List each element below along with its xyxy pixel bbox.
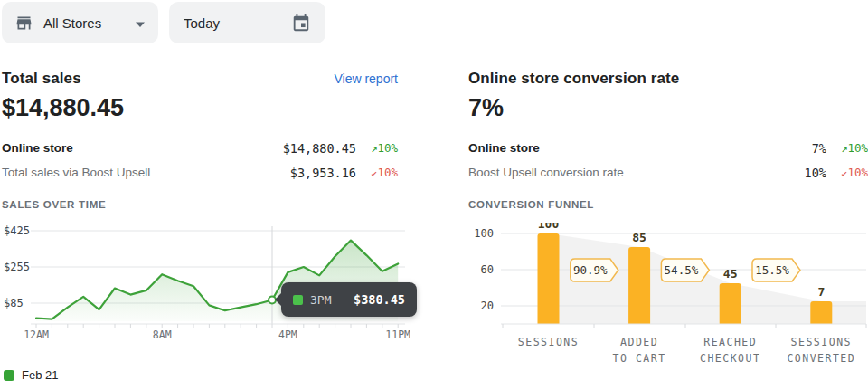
metric-label: Boost Upsell conversion rate xyxy=(468,166,727,179)
svg-text:11PM: 11PM xyxy=(385,328,410,341)
store-filter-button[interactable]: All Stores xyxy=(2,2,158,43)
metric-label: Total sales via Boost Upsell xyxy=(2,166,257,179)
svg-text:12AM: 12AM xyxy=(24,328,49,341)
svg-text:100: 100 xyxy=(474,227,494,240)
metric-value: 7% xyxy=(727,141,826,156)
filter-bar: All Stores Today xyxy=(2,2,326,43)
svg-text:CONVERTED: CONVERTED xyxy=(787,352,855,365)
svg-text:54.5%: 54.5% xyxy=(665,263,699,277)
svg-text:REACHED: REACHED xyxy=(703,336,757,348)
conversion-funnel-chart[interactable]: 20601001008545790.9%54.5%15.5%SESSIONSAD… xyxy=(468,223,868,371)
metric-value: 10% xyxy=(727,166,826,180)
store-icon xyxy=(14,14,33,33)
svg-text:15.5%: 15.5% xyxy=(755,263,789,277)
total-sales-value: $14,880.45 xyxy=(2,94,124,122)
conversion-title: Online store conversion rate xyxy=(468,70,679,88)
tooltip-time: 3PM xyxy=(310,293,354,307)
metric-row-boost-upsell: Total sales via Boost Upsell $3,953.16 ↙… xyxy=(2,160,398,185)
conversion-value: 7% xyxy=(468,94,504,122)
date-filter-label: Today xyxy=(184,15,220,31)
date-filter-button[interactable]: Today xyxy=(169,2,326,43)
legend-label: Feb 21 xyxy=(22,368,58,382)
svg-text:TO CART: TO CART xyxy=(613,352,666,365)
svg-text:SESSIONS: SESSIONS xyxy=(791,336,852,348)
metric-delta-down: ↙10% xyxy=(356,166,398,179)
svg-text:4PM: 4PM xyxy=(278,328,297,341)
chevron-down-icon xyxy=(135,15,146,31)
metric-value: $3,953.16 xyxy=(257,166,356,180)
svg-text:SESSIONS: SESSIONS xyxy=(518,336,579,348)
conversion-metric-rows: Online store 7% ↗10% Boost Upsell conver… xyxy=(468,136,868,185)
calendar-icon xyxy=(291,13,311,33)
svg-text:8AM: 8AM xyxy=(153,328,172,341)
svg-text:$85: $85 xyxy=(4,297,24,309)
metric-row-online-store: Online store 7% ↗10% xyxy=(468,136,868,160)
svg-text:100: 100 xyxy=(538,223,560,231)
svg-text:$425: $425 xyxy=(4,224,30,237)
chart-tooltip: 3PM $380.45 xyxy=(281,282,417,317)
total-sales-title: Total sales xyxy=(2,70,81,88)
metric-row-boost-conversion: Boost Upsell conversion rate 10% ↙10% xyxy=(468,160,868,185)
sales-metric-rows: Online store $14,880.45 ↗10% Total sales… xyxy=(2,136,398,185)
svg-text:45: 45 xyxy=(723,267,738,281)
metric-delta-down: ↙10% xyxy=(826,166,868,179)
tooltip-series-swatch xyxy=(293,295,303,305)
svg-text:90.9%: 90.9% xyxy=(573,263,608,277)
store-filter-label: All Stores xyxy=(43,15,131,31)
sales-legend: Feb 21 xyxy=(4,368,58,382)
sales-over-time-header: SALES OVER TIME xyxy=(2,199,106,210)
legend-swatch-green xyxy=(4,370,14,381)
svg-text:CHECKOUT: CHECKOUT xyxy=(700,352,760,365)
svg-text:20: 20 xyxy=(481,300,494,312)
tooltip-value: $380.45 xyxy=(354,292,405,307)
dashboard: All Stores Today Total sales View report… xyxy=(0,0,868,390)
svg-text:85: 85 xyxy=(632,231,646,244)
metric-value: $14,880.45 xyxy=(257,141,356,156)
metric-delta-up: ↗10% xyxy=(826,141,868,155)
svg-text:60: 60 xyxy=(481,263,494,276)
view-report-link[interactable]: View report xyxy=(334,71,398,86)
metric-row-online-store: Online store $14,880.45 ↗10% xyxy=(2,136,398,160)
metric-label: Online store xyxy=(2,141,257,155)
metric-label: Online store xyxy=(468,141,727,155)
metric-delta-up: ↗10% xyxy=(356,141,398,155)
svg-text:7: 7 xyxy=(817,285,825,299)
conversion-funnel-header: CONVERSION FUNNEL xyxy=(468,199,594,210)
svg-text:$255: $255 xyxy=(4,261,30,273)
svg-text:ADDED: ADDED xyxy=(620,336,658,348)
